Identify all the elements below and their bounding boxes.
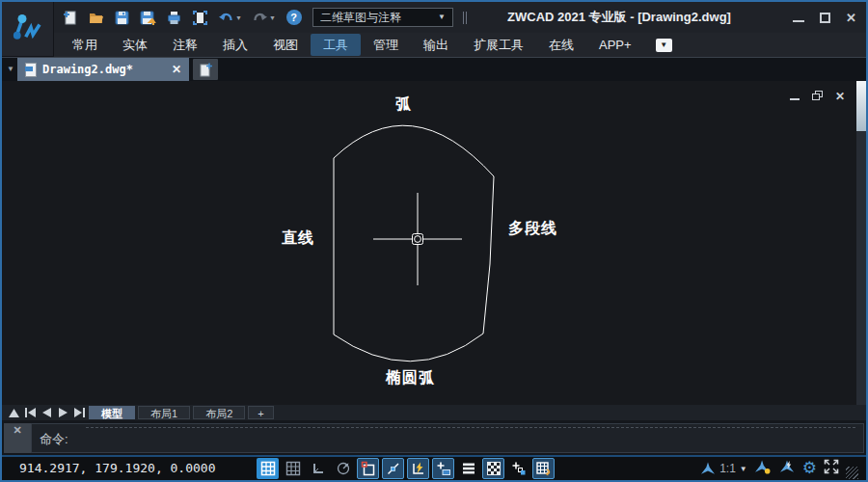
scrollbar-thumb[interactable] (856, 81, 866, 131)
tab-app-plus[interactable]: APP+ (586, 34, 644, 56)
selection-cycling-toggle[interactable] (507, 458, 529, 479)
undo-button[interactable]: ▼ (214, 7, 246, 28)
annotation-visibility-toggle[interactable] (754, 460, 772, 478)
tab-view[interactable]: 视图 (260, 34, 311, 56)
redo-dropdown-caret[interactable]: ▼ (269, 14, 276, 21)
auto-annotation-scale-icon (778, 460, 796, 474)
new-doc-tab-button[interactable] (193, 59, 218, 80)
tab-layout1[interactable]: 布局1 (138, 406, 190, 419)
tab-manage[interactable]: 管理 (361, 34, 411, 56)
ortho-toggle[interactable] (307, 458, 329, 479)
doc-tab-list-caret[interactable]: ▼ (7, 66, 14, 73)
draw-order-icon (461, 461, 476, 476)
last-layout-button[interactable] (72, 407, 86, 418)
new-file-icon (62, 10, 78, 26)
status-bar: 914.2917, 179.1920, 0.0000 (2, 455, 866, 480)
coordinates-readout: 914.2917, 179.1920, 0.0000 (19, 461, 216, 475)
annotation-monitor-toggle[interactable] (532, 458, 555, 479)
snap-toggle[interactable] (257, 458, 279, 479)
undo-icon (218, 10, 234, 26)
next-layout-button[interactable] (56, 407, 69, 418)
last-arrow-icon (74, 408, 85, 417)
auto-annotation-scale-toggle[interactable] (778, 460, 796, 478)
dwg-file-icon (25, 63, 37, 77)
minimize-button[interactable] (793, 13, 804, 22)
doc-close-icon: ✕ (835, 90, 845, 103)
close-button[interactable]: ✕ (846, 9, 856, 26)
polar-tracking-toggle[interactable] (332, 458, 354, 479)
dynamic-input-toggle[interactable] (407, 458, 429, 479)
settings-button[interactable]: ⚙ (802, 460, 817, 477)
transparency-toggle[interactable] (482, 458, 504, 479)
plot-preview-button[interactable] (188, 7, 212, 28)
annotation-scale-control[interactable]: 1:1 ▼ (700, 462, 747, 476)
undo-dropdown-caret[interactable]: ▼ (235, 14, 242, 21)
first-layout-button[interactable] (23, 407, 37, 418)
vertical-scrollbar[interactable] (856, 81, 866, 405)
tab-annotate[interactable]: 注释 (160, 34, 210, 56)
layout-menu-up-button[interactable] (7, 407, 20, 418)
fullscreen-button[interactable] (824, 459, 839, 478)
label-arc: 弧 (395, 94, 412, 115)
tab-insert[interactable]: 插入 (210, 34, 260, 56)
command-input[interactable]: 命令: (31, 423, 864, 453)
command-window-grip[interactable]: ✕ (4, 423, 31, 453)
annotation-scale-icon (700, 462, 716, 476)
tab-common[interactable]: 常用 (60, 34, 110, 56)
lineweight-toggle[interactable] (432, 458, 454, 479)
command-prompt: 命令: (40, 431, 68, 448)
add-layout-button[interactable]: + (248, 406, 273, 419)
save-button[interactable] (110, 7, 134, 28)
plot-preview-icon (192, 10, 208, 26)
command-resize-handle[interactable] (86, 427, 855, 428)
open-button[interactable] (84, 7, 108, 28)
ortho-icon (311, 461, 326, 476)
status-toggles (257, 458, 555, 479)
polyline-right[interactable] (483, 176, 494, 334)
help-button[interactable]: ? (282, 7, 306, 28)
tab-layout2[interactable]: 布局2 (193, 406, 245, 419)
tab-solid[interactable]: 实体 (110, 34, 160, 56)
prev-layout-button[interactable] (40, 407, 53, 418)
status-right-cluster: 1:1 ▼ ⚙ (700, 458, 858, 479)
doc-close-button[interactable]: ✕ (835, 87, 845, 104)
command-close-icon[interactable]: ✕ (4, 423, 31, 437)
doc-tab-filename: Drawing2.dwg* (42, 63, 166, 76)
grid-toggle[interactable] (282, 458, 304, 479)
label-elliptical-arc: 椭圆弧 (386, 368, 435, 388)
ribbon-collapse-button[interactable]: ▼ (656, 39, 672, 52)
doc-tab-close-icon[interactable]: ✕ (172, 63, 181, 76)
doc-tab-active[interactable]: Drawing2.dwg* ✕ (17, 58, 189, 81)
save-as-button[interactable] (136, 7, 160, 28)
print-button[interactable] (162, 7, 186, 28)
object-snap-icon (361, 461, 376, 476)
workspace-selector[interactable]: 二维草图与注释 ▼ (312, 8, 453, 27)
tab-output[interactable]: 输出 (411, 34, 461, 56)
new-file-button[interactable] (58, 7, 82, 28)
elliptical-arc-bottom[interactable] (334, 334, 483, 362)
doc-restore-icon (812, 91, 823, 100)
document-window-controls: ✕ (790, 87, 845, 104)
doc-minimize-icon (790, 98, 800, 100)
app-menu-button[interactable] (2, 2, 54, 57)
resize-grip[interactable] (846, 467, 858, 479)
annotation-visibility-icon (754, 460, 772, 474)
up-triangle-icon (9, 409, 19, 417)
arc-top[interactable] (334, 125, 494, 176)
doc-minimize-button[interactable] (790, 92, 800, 100)
tab-tools[interactable]: 工具 (311, 34, 361, 56)
maximize-button[interactable] (820, 13, 830, 23)
title-separator (463, 12, 467, 24)
doc-restore-button[interactable] (812, 91, 823, 100)
tab-online[interactable]: 在线 (536, 34, 586, 56)
drawing-canvas[interactable]: 弧 直线 多段线 椭圆弧 ✕ (2, 81, 856, 405)
tab-express-tools[interactable]: 扩展工具 (461, 34, 536, 56)
redo-button[interactable]: ▼ (248, 7, 280, 28)
tab-model[interactable]: 模型 (89, 406, 135, 419)
object-snap-toggle[interactable] (357, 458, 379, 479)
close-icon: ✕ (846, 11, 856, 25)
minimize-icon (793, 20, 804, 22)
next-arrow-icon (59, 408, 68, 417)
draw-order-toggle[interactable] (457, 458, 479, 479)
object-snap-tracking-toggle[interactable] (382, 458, 404, 479)
